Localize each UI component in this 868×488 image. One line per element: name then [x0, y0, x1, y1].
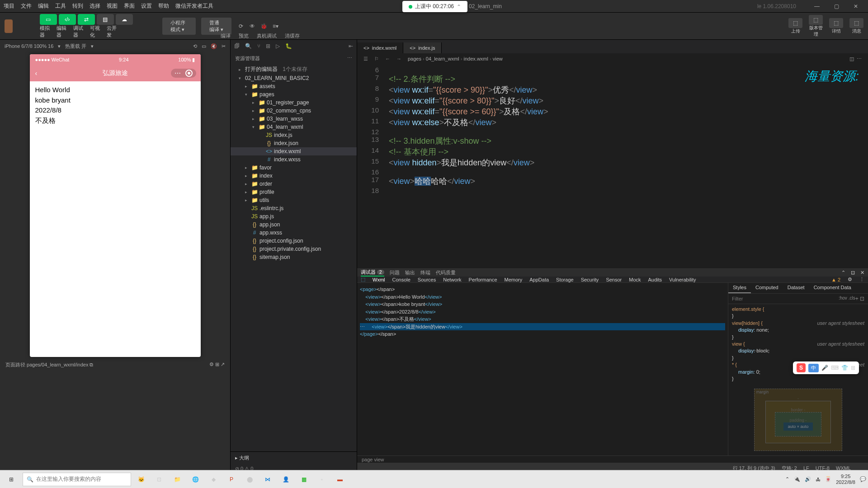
project-root[interactable]: ▾02_LEARN_MINI_BASIC2 [231, 74, 357, 82]
menu-item[interactable]: 文件 [21, 2, 32, 10]
app4-icon[interactable]: ▦ [296, 472, 312, 487]
rotate-icon[interactable]: ⟲ [193, 43, 197, 49]
breadcrumb-item[interactable]: view [493, 56, 503, 61]
ext-icon[interactable]: ⊞ [266, 43, 270, 49]
app-icon[interactable]: 🐱 [133, 472, 149, 487]
net-icon[interactable]: 🖧 [816, 477, 821, 482]
toolbar-button[interactable]: ⬚ [849, 18, 863, 28]
menu-item[interactable]: 界面 [124, 2, 135, 10]
styles-tab[interactable]: Dataset [783, 283, 809, 293]
split-icon[interactable]: ◫ [849, 56, 854, 62]
preview-icon[interactable]: 👁 [248, 19, 256, 33]
taskview-icon[interactable]: ⊡ [151, 472, 167, 487]
maximize-icon[interactable]: ▢ [834, 3, 839, 9]
more-icon[interactable]: ⋯ [857, 56, 862, 62]
usb-icon[interactable]: 🔌 [794, 476, 800, 482]
debug-icon[interactable]: 🐞 [260, 19, 268, 33]
close-icon[interactable]: ✕ [860, 270, 864, 276]
mode-select[interactable]: 小程序模式 ▾ [162, 18, 196, 35]
refresh-icon[interactable]: ⟳ [237, 19, 245, 33]
devtools-subtab[interactable]: AppData [529, 277, 549, 282]
menu-item[interactable]: 工具 [55, 2, 66, 10]
file-tree-item[interactable]: ▸📁assets [231, 82, 357, 90]
compile-select[interactable]: 普通编译 ▾ [201, 18, 231, 35]
more-icon[interactable]: ⋮ [859, 277, 864, 282]
close-icon[interactable]: ✕ [854, 3, 858, 9]
menu-item[interactable]: 编辑 [38, 2, 49, 10]
menu-item[interactable]: 转到 [72, 2, 83, 10]
devtools-subtab[interactable]: Performance [469, 277, 497, 282]
editor-button[interactable]: ‹/› [59, 14, 76, 25]
styles-filter[interactable] [732, 296, 839, 302]
menu-item[interactable]: 微信开发者工具 [175, 2, 213, 10]
tray-up-icon[interactable]: ⌃ [785, 476, 789, 482]
file-tree-item[interactable]: ▸📁order [231, 180, 357, 188]
file-tree-item[interactable]: ▾📁04_learn_wxml [231, 123, 357, 131]
devtools-subtab[interactable]: Console [392, 277, 410, 282]
debugger-button[interactable]: ⇄ [78, 14, 95, 25]
file-tree-item[interactable]: {}project.private.config.json [231, 245, 357, 253]
file-tree-item[interactable]: JSapp.js [231, 212, 357, 221]
files-icon[interactable]: 🗐 [234, 43, 240, 49]
list-icon[interactable]: ☰ [363, 56, 368, 62]
toolbar-button[interactable]: ⬚ [788, 18, 802, 28]
code-editor[interactable]: 海量资源: 67<!-- 2.条件判断 -->8<view wx:if="{{s… [357, 64, 868, 268]
devtools-subtab[interactable]: Wxml [373, 277, 385, 282]
file-tree-item[interactable]: JS.eslintrc.js [231, 204, 357, 212]
back-nav-icon[interactable]: ← [385, 56, 390, 61]
devtools-subtab[interactable]: Security [581, 277, 599, 282]
collapse-icon[interactable]: ⌃ [841, 270, 845, 276]
styles-tab[interactable]: Computed [751, 283, 783, 293]
menu-item[interactable]: 项目 [4, 2, 14, 10]
chrome-icon[interactable]: ⬤ [241, 472, 258, 487]
file-tree-item[interactable]: #index.wxss [231, 155, 357, 164]
avatar[interactable] [5, 19, 13, 33]
vol-icon[interactable]: 🔊 [805, 476, 811, 482]
taskbar-search[interactable]: 🔍 在这里输入你要搜索的内容 [23, 473, 131, 486]
devtools-subtab[interactable]: Memory [505, 277, 523, 282]
dom-tree[interactable]: <page></span> <view></span>Hello World</… [357, 283, 728, 455]
devtools-tab[interactable]: 调试器 2 [361, 269, 384, 277]
devtools-tab[interactable]: 代码质量 [436, 269, 456, 276]
fwd-nav-icon[interactable]: → [396, 56, 401, 61]
visual-button[interactable]: ▤ [97, 14, 114, 25]
explorer-icon[interactable]: 📁 [169, 472, 185, 487]
capsule-menu[interactable]: ⋯ [171, 69, 196, 78]
ppt-icon[interactable]: P [223, 472, 240, 487]
devtools-subtab[interactable]: Vulnerability [669, 277, 696, 282]
styles-tab[interactable]: Component Data [809, 283, 856, 293]
device-label[interactable]: iPhone 6/7/8 100% 16 [5, 43, 53, 49]
devtools-subtab[interactable]: Sources [418, 277, 436, 282]
file-tree-item[interactable]: {}sitemap.json [231, 253, 357, 261]
minimize-icon[interactable]: — [814, 3, 820, 9]
devtools-tab[interactable]: 输出 [405, 269, 415, 276]
devtools-subtab[interactable]: Mock [629, 277, 641, 282]
toolbar-button[interactable]: ⬚ [829, 18, 843, 28]
menu-item[interactable]: 视图 [107, 2, 118, 10]
branch-icon[interactable]: ⑂ [257, 43, 260, 49]
cloud-button[interactable]: ☁ [116, 14, 133, 25]
app2-icon[interactable]: ◆ [205, 472, 222, 487]
bug-icon[interactable]: 🐛 [285, 43, 292, 49]
expand-icon[interactable]: ⊡ [851, 270, 855, 276]
file-tree-item[interactable]: {}index.json [231, 139, 357, 147]
file-tree-item[interactable]: ▸📁index [231, 172, 357, 180]
file-tree-item[interactable]: <>index.wxml [231, 147, 357, 155]
file-tree-item[interactable]: #app.wxss [231, 229, 357, 237]
editor-tab[interactable]: <>index.js [403, 42, 442, 53]
devtools-tab[interactable]: 终端 [420, 269, 430, 276]
breadcrumb-item[interactable]: pages [408, 56, 421, 61]
file-tree-item[interactable]: ▸📁utils [231, 196, 357, 204]
editor-tab[interactable]: <>index.wxml [357, 42, 403, 53]
cut-icon[interactable]: ✂ [222, 43, 226, 49]
run-icon[interactable]: ▷ [276, 43, 280, 49]
ime-toolbar[interactable]: S 中 🎤⌨👕⊞ [793, 361, 859, 374]
dom-breadcrumb[interactable]: page view [357, 455, 868, 463]
devtool-icon[interactable]: ▫ [314, 472, 330, 487]
simulator-button[interactable]: ▭ [40, 14, 57, 25]
app5-icon[interactable]: ▬ [332, 472, 348, 487]
ime-icon[interactable]: 🀄 [825, 476, 831, 482]
devtools-subtab[interactable]: Sensor [606, 277, 622, 282]
bookmark-icon[interactable]: ⚐ [374, 56, 379, 62]
devtools-subtab[interactable]: Storage [556, 277, 574, 282]
